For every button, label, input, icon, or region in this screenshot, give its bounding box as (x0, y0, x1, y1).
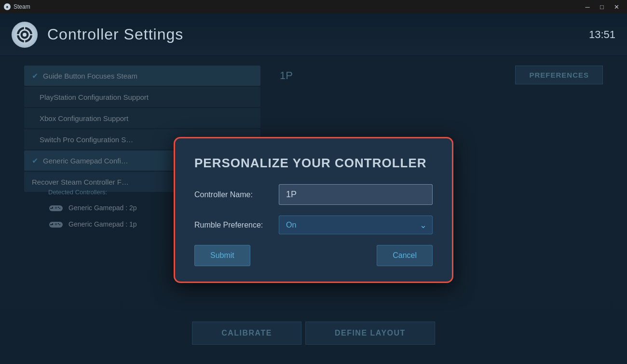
steam-title-icon: ♠ (4, 3, 11, 10)
rumble-preference-label: Rumble Preference: (194, 221, 279, 229)
svg-point-2 (23, 33, 27, 37)
personalize-dialog: PERSONALIZE YOUR CONTROLLER Controller N… (174, 137, 453, 283)
maximize-button[interactable]: □ (595, 2, 609, 12)
title-bar-left: ♠ Steam (4, 3, 30, 10)
window-controls: ─ □ ✕ (581, 2, 623, 12)
minimize-button[interactable]: ─ (581, 2, 594, 12)
main-content: ✔ Guide Button Focuses Steam PlayStation… (0, 56, 627, 364)
rumble-preference-row: Rumble Preference: On Off Default ⌄ (194, 216, 433, 234)
rumble-preference-select[interactable]: On Off Default (279, 216, 433, 234)
title-bar-app-name: Steam (14, 3, 30, 10)
submit-button[interactable]: Submit (194, 245, 250, 266)
dialog-overlay: PERSONALIZE YOUR CONTROLLER Controller N… (0, 56, 627, 364)
dialog-title: PERSONALIZE YOUR CONTROLLER (194, 156, 433, 171)
page-title: Controller Settings (47, 26, 183, 43)
controller-name-input[interactable] (279, 184, 433, 205)
steam-logo (12, 22, 38, 48)
controller-name-row: Controller Name: (194, 184, 433, 205)
steam-logo-svg (16, 26, 33, 43)
clock: 13:51 (589, 28, 615, 41)
dialog-footer: Submit Cancel (194, 245, 433, 266)
rumble-select-wrapper: On Off Default ⌄ (279, 216, 433, 234)
cancel-button[interactable]: Cancel (377, 245, 433, 266)
close-button[interactable]: ✕ (610, 2, 623, 12)
title-bar: ♠ Steam ─ □ ✕ (0, 0, 627, 13)
controller-name-label: Controller Name: (194, 190, 279, 199)
header: Controller Settings 13:51 (0, 13, 627, 56)
